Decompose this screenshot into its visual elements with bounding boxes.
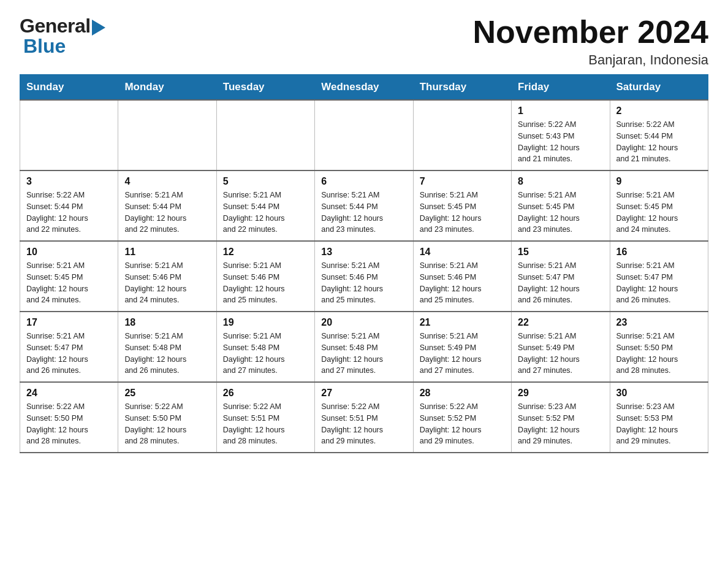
- calendar-table: Sunday Monday Tuesday Wednesday Thursday…: [20, 74, 708, 453]
- calendar-week-row: 3Sunrise: 5:22 AMSunset: 5:44 PMDaylight…: [20, 170, 708, 241]
- calendar-cell: 17Sunrise: 5:21 AMSunset: 5:47 PMDayligh…: [20, 312, 118, 382]
- calendar-cell: 23Sunrise: 5:21 AMSunset: 5:50 PMDayligh…: [610, 312, 708, 382]
- day-info: Sunrise: 5:21 AMSunset: 5:47 PMDaylight:…: [518, 260, 603, 306]
- calendar-cell: 10Sunrise: 5:21 AMSunset: 5:45 PMDayligh…: [20, 241, 118, 312]
- day-number: 28: [420, 388, 505, 399]
- day-info: Sunrise: 5:21 AMSunset: 5:49 PMDaylight:…: [420, 331, 505, 377]
- day-info: Sunrise: 5:22 AMSunset: 5:51 PMDaylight:…: [223, 401, 308, 447]
- calendar-cell: 28Sunrise: 5:22 AMSunset: 5:52 PMDayligh…: [413, 382, 511, 453]
- calendar-cell: [20, 100, 118, 170]
- header-tuesday: Tuesday: [216, 75, 314, 101]
- day-number: 23: [616, 317, 702, 328]
- day-info: Sunrise: 5:21 AMSunset: 5:46 PMDaylight:…: [321, 260, 406, 306]
- day-info: Sunrise: 5:21 AMSunset: 5:45 PMDaylight:…: [420, 190, 505, 236]
- header-sunday: Sunday: [20, 75, 118, 101]
- day-number: 22: [518, 317, 603, 328]
- day-number: 21: [420, 317, 505, 328]
- day-info: Sunrise: 5:23 AMSunset: 5:52 PMDaylight:…: [518, 401, 603, 447]
- day-info: Sunrise: 5:21 AMSunset: 5:44 PMDaylight:…: [223, 190, 308, 236]
- day-info: Sunrise: 5:21 AMSunset: 5:46 PMDaylight:…: [223, 260, 308, 306]
- day-info: Sunrise: 5:21 AMSunset: 5:47 PMDaylight:…: [616, 260, 702, 306]
- calendar-cell: 18Sunrise: 5:21 AMSunset: 5:48 PMDayligh…: [118, 312, 216, 382]
- calendar-title: November 2024: [473, 15, 708, 50]
- day-number: 30: [616, 388, 702, 399]
- calendar-week-row: 24Sunrise: 5:22 AMSunset: 5:50 PMDayligh…: [20, 382, 708, 453]
- day-info: Sunrise: 5:21 AMSunset: 5:48 PMDaylight:…: [223, 331, 308, 377]
- calendar-cell: 5Sunrise: 5:21 AMSunset: 5:44 PMDaylight…: [216, 170, 314, 241]
- logo-arrow-icon: [92, 20, 105, 36]
- day-number: 9: [616, 176, 702, 187]
- day-info: Sunrise: 5:22 AMSunset: 5:50 PMDaylight:…: [26, 401, 112, 447]
- calendar-cell: 3Sunrise: 5:22 AMSunset: 5:44 PMDaylight…: [20, 170, 118, 241]
- calendar-cell: 12Sunrise: 5:21 AMSunset: 5:46 PMDayligh…: [216, 241, 314, 312]
- day-number: 15: [518, 247, 603, 258]
- calendar-cell: 26Sunrise: 5:22 AMSunset: 5:51 PMDayligh…: [216, 382, 314, 453]
- day-number: 17: [26, 317, 112, 328]
- day-number: 19: [223, 317, 308, 328]
- calendar-cell: 30Sunrise: 5:23 AMSunset: 5:53 PMDayligh…: [610, 382, 708, 453]
- day-info: Sunrise: 5:21 AMSunset: 5:44 PMDaylight:…: [124, 190, 210, 236]
- calendar-cell: 20Sunrise: 5:21 AMSunset: 5:48 PMDayligh…: [315, 312, 413, 382]
- calendar-cell: 21Sunrise: 5:21 AMSunset: 5:49 PMDayligh…: [413, 312, 511, 382]
- calendar-cell: 14Sunrise: 5:21 AMSunset: 5:46 PMDayligh…: [413, 241, 511, 312]
- day-number: 11: [124, 247, 210, 258]
- calendar-cell: 6Sunrise: 5:21 AMSunset: 5:44 PMDaylight…: [315, 170, 413, 241]
- day-info: Sunrise: 5:21 AMSunset: 5:48 PMDaylight:…: [321, 331, 406, 377]
- calendar-cell: 8Sunrise: 5:21 AMSunset: 5:45 PMDaylight…: [512, 170, 610, 241]
- calendar-cell: 4Sunrise: 5:21 AMSunset: 5:44 PMDaylight…: [118, 170, 216, 241]
- calendar-cell: 25Sunrise: 5:22 AMSunset: 5:50 PMDayligh…: [118, 382, 216, 453]
- calendar-week-row: 10Sunrise: 5:21 AMSunset: 5:45 PMDayligh…: [20, 241, 708, 312]
- header-friday: Friday: [512, 75, 610, 101]
- svg-marker-0: [92, 20, 105, 36]
- calendar-cell: 24Sunrise: 5:22 AMSunset: 5:50 PMDayligh…: [20, 382, 118, 453]
- day-info: Sunrise: 5:21 AMSunset: 5:46 PMDaylight:…: [420, 260, 505, 306]
- day-info: Sunrise: 5:21 AMSunset: 5:50 PMDaylight:…: [616, 331, 702, 377]
- day-number: 14: [420, 247, 505, 258]
- day-number: 18: [124, 317, 210, 328]
- calendar-cell: [413, 100, 511, 170]
- day-info: Sunrise: 5:21 AMSunset: 5:45 PMDaylight:…: [26, 260, 112, 306]
- calendar-cell: 29Sunrise: 5:23 AMSunset: 5:52 PMDayligh…: [512, 382, 610, 453]
- calendar-cell: 11Sunrise: 5:21 AMSunset: 5:46 PMDayligh…: [118, 241, 216, 312]
- day-info: Sunrise: 5:22 AMSunset: 5:51 PMDaylight:…: [321, 401, 406, 447]
- day-number: 3: [26, 176, 112, 187]
- calendar-cell: [315, 100, 413, 170]
- day-number: 25: [124, 388, 210, 399]
- calendar-cell: 22Sunrise: 5:21 AMSunset: 5:49 PMDayligh…: [512, 312, 610, 382]
- day-info: Sunrise: 5:22 AMSunset: 5:52 PMDaylight:…: [420, 401, 505, 447]
- calendar-cell: 9Sunrise: 5:21 AMSunset: 5:45 PMDaylight…: [610, 170, 708, 241]
- header-monday: Monday: [118, 75, 216, 101]
- calendar-cell: [216, 100, 314, 170]
- calendar-cell: 15Sunrise: 5:21 AMSunset: 5:47 PMDayligh…: [512, 241, 610, 312]
- day-info: Sunrise: 5:21 AMSunset: 5:45 PMDaylight:…: [616, 190, 702, 236]
- day-info: Sunrise: 5:22 AMSunset: 5:44 PMDaylight:…: [616, 119, 702, 165]
- day-number: 29: [518, 388, 603, 399]
- header-saturday: Saturday: [610, 75, 708, 101]
- header-thursday: Thursday: [413, 75, 511, 101]
- day-number: 4: [124, 176, 210, 187]
- calendar-week-row: 17Sunrise: 5:21 AMSunset: 5:47 PMDayligh…: [20, 312, 708, 382]
- day-number: 16: [616, 247, 702, 258]
- day-number: 5: [223, 176, 308, 187]
- calendar-title-block: November 2024 Banjaran, Indonesia: [473, 15, 708, 68]
- day-info: Sunrise: 5:23 AMSunset: 5:53 PMDaylight:…: [616, 401, 702, 447]
- logo-blue-text: Blue: [23, 35, 66, 58]
- calendar-week-row: 1Sunrise: 5:22 AMSunset: 5:43 PMDaylight…: [20, 100, 708, 170]
- day-number: 7: [420, 176, 505, 187]
- day-number: 10: [26, 247, 112, 258]
- page-header: General Blue November 2024 Banjaran, Ind…: [20, 15, 708, 68]
- day-info: Sunrise: 5:22 AMSunset: 5:43 PMDaylight:…: [518, 119, 603, 165]
- day-number: 20: [321, 317, 406, 328]
- calendar-cell: 1Sunrise: 5:22 AMSunset: 5:43 PMDaylight…: [512, 100, 610, 170]
- calendar-cell: 19Sunrise: 5:21 AMSunset: 5:48 PMDayligh…: [216, 312, 314, 382]
- calendar-cell: 2Sunrise: 5:22 AMSunset: 5:44 PMDaylight…: [610, 100, 708, 170]
- header-wednesday: Wednesday: [315, 75, 413, 101]
- calendar-cell: 16Sunrise: 5:21 AMSunset: 5:47 PMDayligh…: [610, 241, 708, 312]
- day-number: 8: [518, 176, 603, 187]
- day-info: Sunrise: 5:21 AMSunset: 5:45 PMDaylight:…: [518, 190, 603, 236]
- calendar-subtitle: Banjaran, Indonesia: [473, 52, 708, 68]
- day-info: Sunrise: 5:21 AMSunset: 5:44 PMDaylight:…: [321, 190, 406, 236]
- day-number: 13: [321, 247, 406, 258]
- calendar-cell: [118, 100, 216, 170]
- day-info: Sunrise: 5:21 AMSunset: 5:48 PMDaylight:…: [124, 331, 210, 377]
